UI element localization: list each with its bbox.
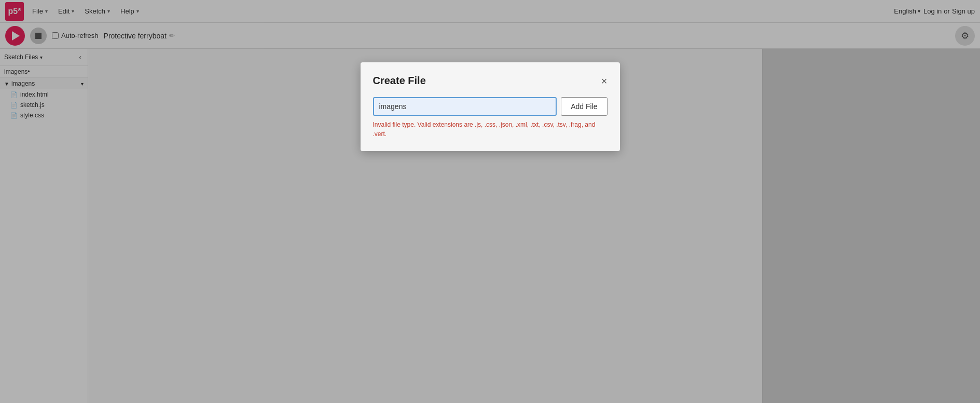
modal-body: Add File Invalid file type. Valid extens…: [373, 97, 608, 139]
modal-overlay[interactable]: Create File × Add File Invalid file type…: [0, 0, 980, 403]
modal-title: Create File: [373, 75, 426, 87]
modal-input-row: Add File: [373, 97, 608, 116]
add-file-button[interactable]: Add File: [561, 97, 607, 116]
create-file-modal: Create File × Add File Invalid file type…: [361, 62, 620, 151]
modal-error-message: Invalid file type. Valid extensions are …: [373, 120, 608, 139]
create-file-input[interactable]: [373, 97, 557, 116]
modal-close-button[interactable]: ×: [601, 76, 608, 86]
modal-header: Create File ×: [373, 75, 608, 87]
